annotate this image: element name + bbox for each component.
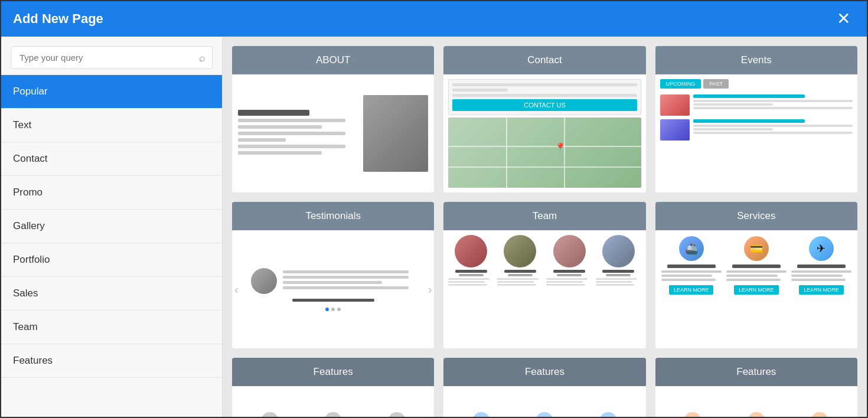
event-text-1 (693, 94, 853, 110)
modal-header: Add New Page ✕ (1, 1, 867, 37)
card-services-header: Services (655, 202, 857, 230)
team-member-4 (596, 235, 641, 287)
sidebar-item-popular[interactable]: Popular (1, 75, 222, 109)
dot-2[interactable] (331, 308, 335, 311)
search-icon: ⌕ (199, 51, 205, 64)
card-events-header: Events (655, 46, 857, 74)
about-line3 (238, 132, 345, 135)
card-team[interactable]: Team (443, 202, 645, 348)
team-photo-1 (455, 235, 487, 267)
card-services[interactable]: Services 🚢 LEARN MORE (655, 202, 857, 348)
about-line4 (238, 138, 286, 142)
card-features-1-preview (232, 386, 434, 417)
about-line2 (238, 125, 322, 129)
services-preview-content: 🚢 LEARN MORE 💳 (655, 230, 857, 348)
about-preview-content (232, 74, 434, 192)
team-member-1 (448, 235, 494, 287)
service-btn-2: LEARN MORE (734, 285, 779, 295)
contact-map: 📍 (448, 117, 641, 188)
testimonial-next-arrow[interactable]: › (428, 283, 432, 296)
sidebar-item-team[interactable]: Team (1, 311, 222, 344)
service-item-3: ✈ LEARN MORE (791, 236, 851, 342)
events-preview-content: UPCOMING PAST (655, 74, 857, 192)
card-about-header: ABOUT (232, 46, 434, 74)
card-events[interactable]: Events UPCOMING PAST (655, 46, 857, 192)
about-line6 (238, 151, 322, 155)
about-title-line (238, 110, 309, 116)
about-image (363, 95, 428, 172)
team-members-list (448, 235, 641, 287)
card-features-1[interactable]: Features (232, 358, 434, 417)
sidebar-item-contact[interactable]: Contact (1, 142, 222, 176)
close-button[interactable]: ✕ (832, 8, 855, 30)
contact-form: CONTACT US (448, 79, 641, 115)
features-3-content (655, 403, 857, 417)
testimonial-prev-arrow[interactable]: ‹ (234, 283, 239, 296)
testimonial-name (292, 299, 374, 302)
card-contact-header: Contact (443, 46, 645, 74)
team-photo-2 (504, 235, 536, 267)
event-image-1 (660, 94, 690, 116)
contact-preview-content: CONTACT US 📍 (443, 74, 645, 192)
service-icon-2: 💳 (744, 236, 769, 261)
contact-submit-btn: CONTACT US (452, 99, 637, 111)
cards-grid: ABOUT (232, 46, 857, 417)
testimonial-row (251, 268, 415, 294)
features-1-content (232, 403, 434, 417)
about-line5 (238, 145, 345, 148)
service-icon-3: ✈ (809, 236, 834, 261)
team-photo-3 (553, 235, 586, 267)
card-team-preview (443, 230, 645, 348)
card-contact-preview: CONTACT US 📍 (443, 74, 645, 192)
dot-1[interactable] (325, 308, 329, 311)
event-item-2 (660, 119, 853, 141)
search-input[interactable] (11, 46, 213, 69)
sidebar-list: Popular Text Contact Promo Gallery Portf… (1, 75, 222, 417)
card-features-3-header: Features (655, 358, 857, 386)
card-features-3-preview (655, 386, 857, 417)
card-about-preview (232, 74, 434, 192)
main-content: ABOUT (223, 37, 867, 417)
team-photo-4 (602, 235, 635, 267)
team-member-3 (546, 235, 592, 287)
card-features-2[interactable]: Features (443, 358, 645, 417)
sidebar-item-sales[interactable]: Sales (1, 277, 222, 311)
testimonial-avatar (251, 268, 277, 294)
modal-title: Add New Page (13, 11, 103, 27)
events-buttons: UPCOMING PAST (660, 79, 853, 89)
about-line1 (238, 119, 345, 122)
modal: Add New Page ✕ ⌕ Popular Text Contact (0, 0, 868, 418)
card-features-2-header: Features (443, 358, 645, 386)
sidebar-item-gallery[interactable]: Gallery (1, 210, 222, 243)
modal-body: ⌕ Popular Text Contact Promo Gallery (1, 37, 867, 417)
card-contact[interactable]: Contact CONTACT US (443, 46, 645, 192)
features-2-content (443, 403, 645, 417)
sidebar-item-features[interactable]: Features (1, 344, 222, 378)
card-features-3[interactable]: Features (655, 358, 857, 417)
card-about[interactable]: ABOUT (232, 46, 434, 192)
service-item-2: 💳 LEARN MORE (726, 236, 787, 342)
search-box: ⌕ (11, 46, 213, 69)
card-features-2-preview (443, 386, 645, 417)
card-testimonials[interactable]: Testimonials ‹ (232, 202, 434, 348)
sidebar-item-promo[interactable]: Promo (1, 176, 222, 210)
sidebar: ⌕ Popular Text Contact Promo Gallery (1, 37, 223, 417)
event-btn-upcoming: UPCOMING (660, 79, 701, 89)
testimonial-dots (325, 308, 341, 311)
map-pin: 📍 (554, 142, 566, 154)
event-item-1 (660, 94, 853, 116)
testimonials-preview-content: ‹ (232, 230, 434, 348)
event-image-2 (660, 119, 690, 141)
sidebar-item-text[interactable]: Text (1, 109, 222, 142)
sidebar-item-portfolio[interactable]: Portfolio (1, 243, 222, 277)
event-btn-past: PAST (703, 79, 729, 89)
event-text-2 (693, 119, 853, 135)
service-btn-3: LEARN MORE (799, 285, 844, 295)
testimonial-text (283, 270, 415, 292)
service-item-1: 🚢 LEARN MORE (661, 236, 722, 342)
card-testimonials-preview: ‹ (232, 230, 434, 348)
card-services-preview: 🚢 LEARN MORE 💳 (655, 230, 857, 348)
service-btn-1: LEARN MORE (669, 285, 714, 295)
dot-3[interactable] (337, 308, 341, 311)
team-preview-content (443, 230, 645, 348)
